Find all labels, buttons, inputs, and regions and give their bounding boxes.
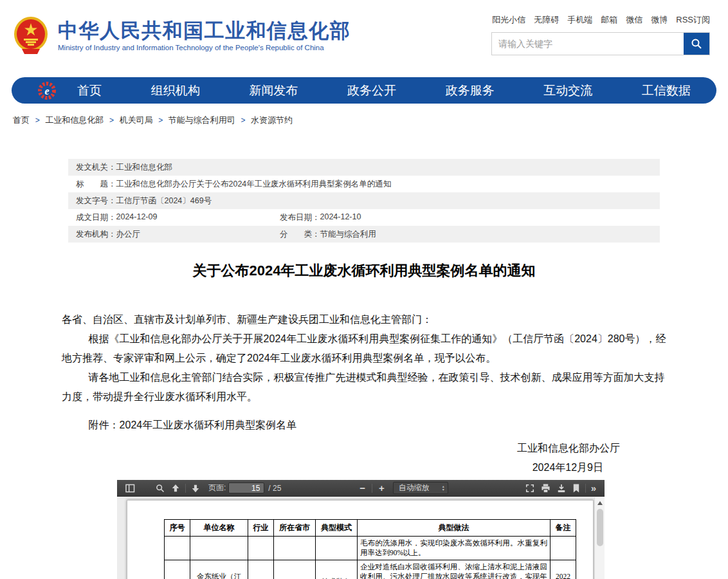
nav-item-organization[interactable]: 组织机构 bbox=[147, 82, 204, 99]
link-weibo[interactable]: 微博 bbox=[651, 14, 668, 26]
search-button[interactable] bbox=[684, 33, 709, 55]
signature-agency: 工业和信息化部办公厅 bbox=[62, 439, 666, 458]
bookmark-icon bbox=[572, 484, 580, 493]
nav-item-miit-data[interactable]: 工信数据 bbox=[638, 82, 695, 99]
breadcrumb-separator: > bbox=[241, 116, 245, 125]
breadcrumb-separator: > bbox=[109, 116, 114, 125]
breadcrumb-separator: > bbox=[35, 116, 40, 125]
miit-logo-icon: e bbox=[37, 81, 57, 100]
breadcrumb-home[interactable]: 首页 bbox=[13, 115, 30, 125]
pdf-scrollbar[interactable] bbox=[594, 497, 605, 579]
search-input[interactable] bbox=[492, 33, 684, 55]
cell-province bbox=[274, 537, 316, 560]
site-title: 中华人民共和国工业和信息化部 bbox=[58, 19, 350, 42]
breadcrumb-energy-dept[interactable]: 节能与综合利用司 bbox=[168, 115, 235, 125]
article-paragraph: 根据《工业和信息化部办公厅关于开展2024年工业废水循环利用典型案例征集工作的通… bbox=[62, 329, 666, 368]
meta-row-doc-number: 发文字号：工信厅节函〔2024〕469号 bbox=[68, 192, 660, 209]
case-list-table: 序号 单位名称 行业 所在省市 典型模式 典型做法 备注 bbox=[164, 519, 576, 579]
meta-row-publisher: 发布机构：办公厅 分 类：节能与综合利用 bbox=[68, 226, 660, 243]
nav-item-gov-disclosure[interactable]: 政务公开 bbox=[343, 82, 400, 99]
pdf-print-button[interactable] bbox=[538, 482, 554, 494]
cell-industry: 造纸 bbox=[248, 560, 274, 579]
breadcrumb-miit[interactable]: 工业和信息化部 bbox=[45, 115, 104, 125]
link-mobile[interactable]: 手机端 bbox=[567, 14, 592, 26]
fullscreen-icon bbox=[525, 484, 534, 493]
meta-value: 工业和信息化部办公厅关于公布2024年工业废水循环利用典型案例名单的通知 bbox=[116, 179, 392, 190]
search-bar bbox=[491, 32, 710, 55]
pdf-content-area: 序号 单位名称 行业 所在省市 典型模式 典型做法 备注 bbox=[117, 497, 605, 579]
pdf-presentation-mode-button[interactable] bbox=[522, 482, 538, 494]
article-body: 各省、自治区、直辖市及计划单列市、新疆生产建设兵团工业和信息化主管部门： 根据《… bbox=[62, 310, 666, 477]
pdf-find-button[interactable] bbox=[152, 482, 168, 494]
article-salutation: 各省、自治区、直辖市及计划单列市、新疆生产建设兵团工业和信息化主管部门： bbox=[62, 310, 666, 329]
cell-seq bbox=[165, 537, 190, 560]
meta-label: 标 题： bbox=[76, 179, 116, 190]
pdf-sidebar-toggle-button[interactable] bbox=[122, 482, 138, 494]
pdf-bookmark-button[interactable] bbox=[569, 482, 583, 494]
breadcrumb-separator: > bbox=[158, 116, 163, 125]
pdf-previous-page-button[interactable] bbox=[168, 482, 183, 494]
link-wechat[interactable]: 微信 bbox=[626, 14, 642, 26]
pdf-download-button[interactable] bbox=[554, 482, 569, 494]
download-icon bbox=[557, 484, 566, 493]
meta-label: 发文字号： bbox=[76, 196, 116, 207]
meta-value: 2024-12-10 bbox=[320, 212, 361, 223]
col-mode: 典型模式 bbox=[316, 520, 358, 537]
meta-label: 成文日期： bbox=[76, 212, 116, 223]
cell-practice: 企业对造纸白水回收循环利用、浓缩上清水和泥上清液回收利用、污水处理厂排放水回收等… bbox=[358, 560, 551, 579]
quick-links: 阳光小信 无障碍 手机端 邮箱 微信 微博 RSS订阅 bbox=[491, 14, 710, 26]
page-title: 关于公布2024年工业废水循环利用典型案例名单的通知 bbox=[62, 261, 666, 280]
breadcrumb-water-saving[interactable]: 水资源节约 bbox=[251, 115, 293, 125]
link-sunshine-assistant[interactable]: 阳光小信 bbox=[492, 14, 525, 26]
pdf-page: 序号 单位名称 行业 所在省市 典型模式 典型做法 备注 bbox=[127, 500, 594, 579]
page-number-input[interactable] bbox=[228, 482, 264, 493]
nav-item-home[interactable]: 首页 bbox=[73, 82, 105, 99]
link-accessibility[interactable]: 无障碍 bbox=[534, 14, 559, 26]
meta-label: 发布机构： bbox=[76, 229, 116, 240]
nav-item-gov-services[interactable]: 政务服务 bbox=[442, 82, 498, 99]
page-up-icon bbox=[171, 484, 180, 493]
cell-industry bbox=[248, 537, 274, 560]
scrollbar-thumb[interactable] bbox=[597, 509, 603, 546]
page-down-icon bbox=[191, 484, 200, 493]
article-paragraph: 请各地工业和信息化主管部门结合实际，积极宣传推广先进模式和典型经验，在政策引导、… bbox=[62, 368, 666, 407]
pdf-next-page-button[interactable] bbox=[188, 482, 203, 494]
pdf-more-tools-button[interactable]: » bbox=[588, 481, 599, 495]
meta-value: 办公厅 bbox=[116, 229, 141, 240]
meta-label: 发布日期： bbox=[280, 212, 320, 223]
col-practice: 典型做法 bbox=[358, 520, 551, 537]
signature-date: 2024年12月9日 bbox=[62, 458, 666, 477]
nav-item-news[interactable]: 新闻发布 bbox=[245, 82, 302, 99]
meta-value: 工业和信息化部 bbox=[116, 162, 173, 173]
zoom-select[interactable]: 自动缩放 ▴▾ bbox=[393, 482, 448, 494]
site-brand[interactable]: 中华人民共和国工业和信息化部 Ministry of Industry and … bbox=[13, 15, 350, 55]
pdf-viewer: 页面: / 25 − + 自动缩放 ▴▾ bbox=[117, 480, 605, 579]
table-row: 32 金东纸业（江苏）股份有限公司 造纸 江苏省 技术装备创新模式 企业对造纸白… bbox=[165, 560, 576, 579]
sidebar-toggle-icon bbox=[125, 484, 135, 493]
site-header: 中华人民共和国工业和信息化部 Ministry of Industry and … bbox=[0, 0, 728, 64]
table-row: 毛布的洗涤用水，实现印染废水高效循环利用。水重复利用率达到90%以上。 bbox=[165, 537, 576, 560]
cell-note: 2022年试点 bbox=[551, 560, 576, 579]
link-mail[interactable]: 邮箱 bbox=[601, 14, 617, 26]
cell-mode: 技术装备创新模式 bbox=[316, 560, 358, 579]
link-rss[interactable]: RSS订阅 bbox=[676, 14, 710, 26]
scroll-up-arrow-icon[interactable] bbox=[597, 501, 603, 505]
svg-text:e: e bbox=[44, 86, 49, 96]
cell-note bbox=[551, 537, 576, 560]
find-icon bbox=[156, 484, 165, 493]
zoom-in-button[interactable]: + bbox=[374, 482, 389, 493]
breadcrumb-departments[interactable]: 机关司局 bbox=[120, 115, 153, 125]
page-count: / 25 bbox=[268, 484, 281, 493]
attachment-link[interactable]: 附件：2024年工业废水循环利用典型案例名单 bbox=[62, 416, 666, 435]
zoom-out-button[interactable]: − bbox=[355, 482, 370, 493]
select-arrows-icon: ▴▾ bbox=[442, 485, 444, 492]
nav-item-interaction[interactable]: 互动交流 bbox=[540, 82, 596, 99]
search-icon bbox=[691, 38, 702, 50]
meta-label: 分 类： bbox=[280, 229, 320, 240]
meta-label: 发文机关： bbox=[76, 162, 116, 173]
cell-unit bbox=[190, 537, 248, 560]
site-subtitle: Ministry of Industry and Information Tec… bbox=[58, 44, 350, 51]
col-note: 备注 bbox=[551, 520, 576, 537]
national-emblem-icon bbox=[13, 15, 49, 55]
main-nav: e 首页 组织机构 新闻发布 政务公开 政务服务 互动交流 工信数据 bbox=[12, 77, 716, 104]
